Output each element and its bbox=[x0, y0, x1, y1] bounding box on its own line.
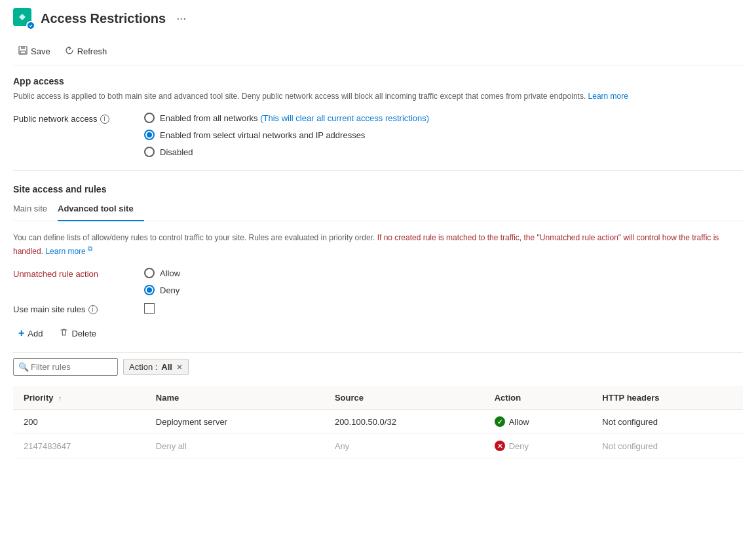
site-access-title: Site access and rules bbox=[13, 184, 743, 194]
use-main-site-info-icon[interactable]: i bbox=[88, 305, 98, 314]
action-row: + Add Delete bbox=[13, 325, 743, 342]
save-label: Save bbox=[31, 46, 50, 56]
delete-icon bbox=[60, 328, 68, 338]
svg-rect-3 bbox=[21, 46, 25, 49]
cell-http-headers-200: Not configured bbox=[592, 410, 743, 434]
public-network-label: Public network access i bbox=[13, 113, 131, 124]
app-access-learn-more-link[interactable]: Learn more bbox=[588, 92, 628, 101]
radio-all-networks-item[interactable]: Enabled from all networks (This will cle… bbox=[144, 113, 429, 123]
more-options-button[interactable]: ··· bbox=[172, 10, 190, 27]
action-allow-label: Allow bbox=[509, 417, 529, 427]
public-network-row: Public network access i Enabled from all… bbox=[13, 113, 743, 157]
app-access-info: Public access is applied to both main si… bbox=[13, 90, 743, 102]
filter-tag-close[interactable]: ✕ bbox=[176, 363, 183, 372]
col-name: Name bbox=[145, 386, 324, 410]
save-button[interactable]: Save bbox=[13, 43, 56, 60]
add-rule-button[interactable]: + Add bbox=[13, 325, 48, 342]
cell-source-any: Any bbox=[324, 434, 484, 458]
filter-rules-input[interactable] bbox=[13, 358, 118, 376]
table-header-row: Priority ↑ Name Source Action HTTP heade… bbox=[13, 386, 743, 410]
add-icon: + bbox=[18, 327, 24, 339]
cell-name-deny-all: Deny all bbox=[145, 434, 324, 458]
unmatched-allow-label: Allow bbox=[160, 268, 180, 278]
radio-disabled-item[interactable]: Disabled bbox=[144, 147, 429, 157]
deny-icon: ✕ bbox=[495, 441, 505, 451]
use-main-site-checkbox[interactable] bbox=[144, 303, 155, 314]
unmatched-rule-row: Unmatched rule action Allow Deny bbox=[13, 268, 743, 295]
unmatched-deny-item[interactable]: Deny bbox=[144, 285, 180, 295]
col-http-headers: HTTP headers bbox=[592, 386, 743, 410]
refresh-label: Refresh bbox=[77, 46, 107, 56]
action-filter-tag: Action : All ✕ bbox=[123, 359, 189, 375]
filter-tag-prefix: Action : bbox=[129, 362, 157, 372]
unmatched-deny-label: Deny bbox=[160, 285, 180, 295]
public-network-info-icon[interactable]: i bbox=[100, 115, 109, 124]
unmatched-rule-radio-group: Allow Deny bbox=[144, 268, 180, 295]
cell-name-deployment: Deployment server bbox=[145, 410, 324, 434]
radio-select-networks-input[interactable] bbox=[144, 130, 155, 140]
delete-label: Delete bbox=[71, 329, 96, 338]
unmatched-allow-input[interactable] bbox=[144, 268, 155, 278]
allow-icon: ✓ bbox=[495, 416, 505, 427]
use-main-site-checkbox-row bbox=[144, 303, 155, 314]
unmatched-deny-input[interactable] bbox=[144, 285, 155, 295]
tab-main-site[interactable]: Main site bbox=[13, 198, 58, 221]
radio-disabled-input[interactable] bbox=[144, 147, 155, 157]
app-icon bbox=[13, 8, 34, 29]
use-main-site-row: Use main site rules i bbox=[13, 303, 743, 314]
cell-priority-max: 2147483647 bbox=[13, 434, 145, 458]
radio-all-networks-input[interactable] bbox=[144, 113, 155, 123]
unmatched-allow-item[interactable]: Allow bbox=[144, 268, 180, 278]
col-action: Action bbox=[484, 386, 592, 410]
cell-priority-200: 200 bbox=[13, 410, 145, 434]
use-main-site-label: Use main site rules i bbox=[13, 303, 131, 314]
delete-rule-button[interactable]: Delete bbox=[54, 325, 102, 341]
rules-table: Priority ↑ Name Source Action HTTP heade… bbox=[13, 386, 743, 458]
table-row[interactable]: 200 Deployment server 200.100.50.0/32 ✓ … bbox=[13, 410, 743, 434]
filter-input-wrap: 🔍 bbox=[13, 358, 118, 376]
add-label: Add bbox=[28, 329, 43, 338]
action-deny-label: Deny bbox=[509, 441, 529, 451]
col-source: Source bbox=[324, 386, 484, 410]
table-row[interactable]: 2147483647 Deny all Any ✕ Deny Not confi… bbox=[13, 434, 743, 458]
toolbar: Save Refresh bbox=[13, 38, 743, 65]
site-access-section: Site access and rules Main site Advanced… bbox=[13, 184, 743, 458]
cell-action-allow: ✓ Allow bbox=[484, 410, 592, 434]
cell-source-200: 200.100.50.0/32 bbox=[324, 410, 484, 434]
site-access-info: You can define lists of allow/deny rules… bbox=[13, 232, 743, 257]
site-tabs: Main site Advanced tool site bbox=[13, 198, 743, 221]
cell-http-headers-deny: Not configured bbox=[592, 434, 743, 458]
sort-icon-priority: ↑ bbox=[58, 395, 62, 402]
col-priority: Priority ↑ bbox=[13, 386, 145, 410]
cell-action-deny: ✕ Deny bbox=[484, 434, 592, 458]
filter-bar: 🔍 Action : All ✕ bbox=[13, 352, 743, 381]
section-divider bbox=[13, 170, 743, 171]
tab-advanced-tool-site[interactable]: Advanced tool site bbox=[58, 198, 144, 221]
filter-search-icon: 🔍 bbox=[18, 362, 29, 372]
svg-point-1 bbox=[28, 23, 33, 28]
page-title: Access Restrictions bbox=[41, 11, 166, 26]
site-access-learn-more-link[interactable]: Learn more ⧉ bbox=[45, 247, 92, 256]
refresh-icon bbox=[65, 46, 74, 57]
svg-rect-4 bbox=[20, 51, 26, 54]
public-network-radio-group: Enabled from all networks (This will cle… bbox=[144, 113, 429, 157]
unmatched-rule-label: Unmatched rule action bbox=[13, 268, 131, 279]
radio-disabled-label: Disabled bbox=[160, 147, 193, 157]
radio-select-networks-label: Enabled from select virtual networks and… bbox=[160, 130, 365, 140]
save-icon bbox=[18, 46, 28, 57]
radio-select-networks-item[interactable]: Enabled from select virtual networks and… bbox=[144, 130, 429, 140]
filter-tag-value: All bbox=[161, 362, 172, 372]
radio-all-networks-label: Enabled from all networks (This will cle… bbox=[160, 113, 429, 123]
app-access-title: App access bbox=[13, 76, 743, 86]
refresh-button[interactable]: Refresh bbox=[60, 43, 113, 60]
app-access-section: App access Public access is applied to b… bbox=[13, 76, 743, 157]
